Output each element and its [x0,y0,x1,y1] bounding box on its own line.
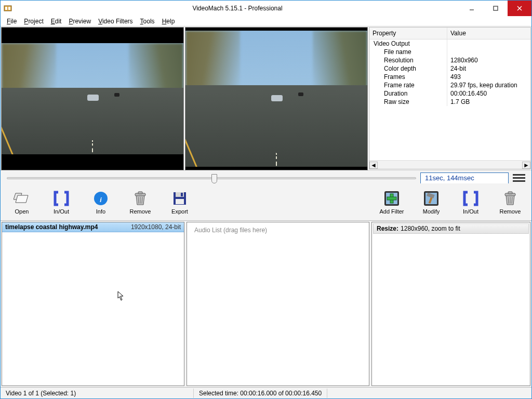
status-mid: Selected time: 00:00:16.000 of 00:00:16.… [194,389,327,398]
prop-row-rawsize[interactable]: Raw size1.7 GB [369,98,530,106]
app-icon [1,4,15,12]
mouse-cursor-icon [117,291,125,301]
menu-tools[interactable]: Tools [137,17,158,26]
filter-list-item[interactable]: Resize: 1280x960, zoom to fit [373,223,529,234]
video-item-name: timelapse coastal highway.mp4 [5,223,131,231]
brackets-icon [462,190,480,207]
trash-icon [131,190,149,207]
properties-hscroll[interactable]: ◄ ► [369,161,530,169]
toolbar: Open In/Out i Info Remove Export Add Fil… [1,183,531,221]
prop-row-colordepth[interactable]: Color depth24-bit [369,64,530,73]
properties-body: Video Output File name Resolution1280x96… [369,39,530,161]
prop-row-resolution[interactable]: Resolution1280x960 [369,56,530,64]
window-title: VideoMach 5.15.1 - Professional [15,5,460,12]
prop-row-framerate[interactable]: Frame rate29.97 fps, keep duration [369,81,530,89]
timeline-slider[interactable] [7,177,416,179]
menu-videofilters[interactable]: Video Filters [95,17,136,26]
prop-header-value[interactable]: Value [447,28,530,39]
audio-list-placeholder: Audio List (drag files here) [187,222,369,238]
prop-row-duration[interactable]: Duration00:00:16.450 [369,89,530,98]
hammer-icon [422,190,440,207]
menu-file[interactable]: File [4,17,20,26]
video-list-item[interactable]: timelapse coastal highway.mp4 1920x1080,… [2,222,184,232]
open-button[interactable]: Open [8,190,36,215]
modify-button[interactable]: Modify [417,190,445,215]
properties-panel: Property Value Video Output File name Re… [369,27,531,169]
scroll-left-icon[interactable]: ◄ [369,162,378,169]
prop-group-video-output[interactable]: Video Output [369,39,530,48]
svg-rect-18 [181,193,183,196]
addfilter-button[interactable]: Add Filter [378,190,406,215]
lists-row: timelapse coastal highway.mp4 1920x1080,… [1,221,531,387]
scroll-right-icon[interactable]: ► [522,162,530,169]
menubar: File Project Edit Preview Video Filters … [1,16,531,26]
open-icon [13,190,31,207]
svg-marker-8 [16,195,28,203]
trash-icon [501,190,519,207]
app-window: VideoMach 5.15.1 - Professional File Pro… [0,0,532,399]
filter-list[interactable]: Resize: 1280x960, zoom to fit [371,222,530,386]
filter-item-label: Resize: [377,225,398,232]
info-button[interactable]: i Info [87,190,115,215]
remove2-button[interactable]: Remove [496,190,524,215]
menu-help[interactable]: Help [159,17,178,26]
prop-row-frames[interactable]: Frames493 [369,73,530,81]
preview-source[interactable] [1,27,184,170]
prop-header-property[interactable]: Property [369,28,447,39]
remove-button[interactable]: Remove [126,190,154,215]
floppy-icon [171,190,189,207]
prop-row-filename[interactable]: File name [369,48,530,56]
properties-header: Property Value [369,28,530,39]
menu-preview[interactable]: Preview [65,17,94,26]
inout-button[interactable]: In/Out [47,190,75,215]
brackets-icon [52,190,70,207]
export-button[interactable]: Export [166,190,194,215]
maximize-button[interactable] [484,1,508,16]
titlebar[interactable]: VideoMach 5.15.1 - Professional [1,1,531,16]
menu-edit[interactable]: Edit [48,17,65,26]
svg-rect-12 [138,192,142,194]
svg-rect-4 [494,6,498,10]
preview-row: Property Value Video Output File name Re… [1,26,531,170]
svg-rect-23 [387,197,396,200]
menu-icon[interactable] [513,174,525,182]
plus-icon [383,190,401,207]
statusbar: Video 1 of 1 (Selected: 1) Selected time… [1,387,531,398]
svg-rect-2 [8,7,10,10]
preview-output[interactable] [185,27,368,170]
filter-item-value: 1280x960, zoom to fit [401,225,460,232]
audio-list[interactable]: Audio List (drag files here) [187,222,369,386]
svg-rect-1 [5,7,7,10]
menu-project[interactable]: Project [21,17,46,26]
inout2-button[interactable]: In/Out [457,190,485,215]
svg-rect-19 [176,199,184,204]
svg-rect-29 [508,192,512,194]
minimize-button[interactable] [460,1,484,16]
video-item-meta: 1920x1080, 24-bit [131,223,181,231]
close-button[interactable] [508,1,531,16]
status-left: Video 1 of 1 (Selected: 1) [1,389,194,398]
video-list[interactable]: timelapse coastal highway.mp4 1920x1080,… [2,222,184,386]
time-display[interactable]: 11sec, 144msec [420,172,509,184]
timeline-thumb[interactable] [211,174,217,183]
info-icon: i [92,190,110,207]
timeline-row: 11sec, 144msec [1,170,531,183]
